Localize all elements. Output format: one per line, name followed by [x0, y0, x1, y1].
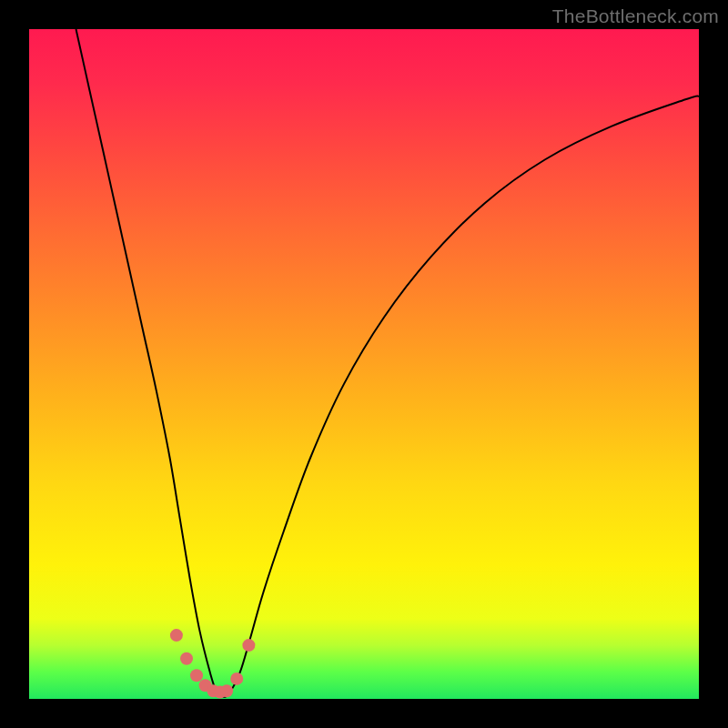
curve-layer: [76, 29, 700, 697]
data-point: [230, 672, 243, 685]
data-point: [220, 684, 233, 697]
chart-frame: TheBottleneck.com: [0, 0, 728, 728]
watermark-text: TheBottleneck.com: [552, 5, 719, 27]
data-point: [180, 652, 193, 665]
plot-area: [29, 29, 699, 699]
data-point: [190, 669, 203, 682]
chart-svg: [29, 29, 699, 699]
data-point: [170, 629, 183, 642]
data-point: [242, 639, 255, 652]
bottleneck-curve: [76, 29, 700, 697]
